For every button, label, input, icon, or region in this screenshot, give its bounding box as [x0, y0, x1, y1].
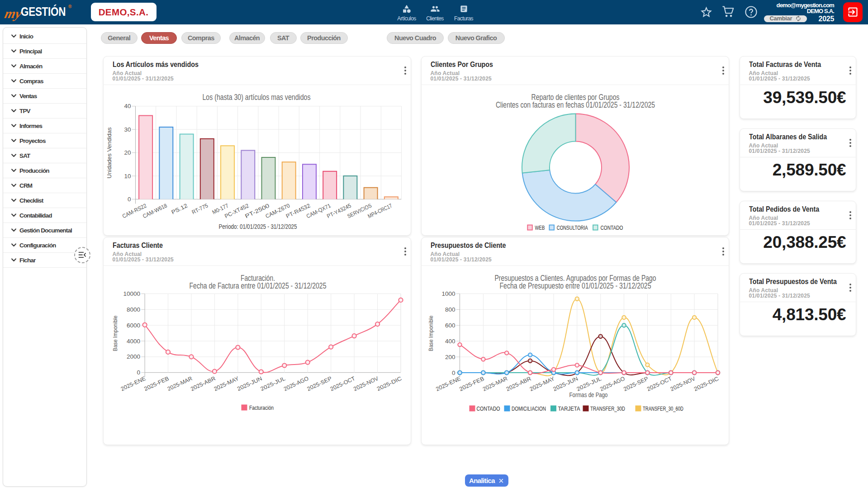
svg-text:2025-MAY: 2025-MAY	[213, 375, 240, 392]
svg-text:TRANSFER_30D: TRANSFER_30D	[590, 405, 625, 412]
svg-text:Formas de Pago: Formas de Pago	[569, 391, 607, 398]
svg-text:6000: 6000	[127, 322, 140, 328]
svg-text:TRANSFER_30_60D: TRANSFER_30_60D	[643, 405, 683, 412]
svg-text:2025-ENE: 2025-ENE	[435, 375, 461, 393]
svg-text:2025-AGO: 2025-AGO	[599, 375, 626, 392]
svg-text:2025-OCT: 2025-OCT	[646, 375, 673, 392]
svg-text:400: 400	[445, 337, 455, 344]
svg-text:Los (hasta 30) artículos mas v: Los (hasta 30) artículos mas vendidos	[202, 93, 310, 102]
svg-text:30: 30	[124, 126, 131, 133]
svg-text:Periodo: 01/01/2025 - 31/12/20: Periodo: 01/01/2025 - 31/12/2025	[218, 223, 297, 230]
svg-text:20: 20	[124, 149, 131, 156]
svg-text:CONSULTORIA: CONSULTORIA	[556, 224, 588, 231]
svg-text:2025-ENE: 2025-ENE	[119, 375, 146, 392]
svg-text:DOMICILIACION: DOMICILIACION	[512, 405, 546, 412]
svg-text:Facturación: Facturación	[249, 405, 274, 411]
svg-text:2025-MAR: 2025-MAR	[166, 375, 193, 392]
svg-text:8000: 8000	[127, 306, 140, 313]
svg-text:200: 200	[445, 353, 455, 360]
svg-text:4000: 4000	[127, 337, 140, 344]
svg-text:2025-NOV: 2025-NOV	[669, 375, 696, 392]
svg-text:2025-AGO: 2025-AGO	[283, 375, 310, 392]
svg-text:PS.12: PS.12	[170, 202, 188, 215]
svg-text:2025-NOV: 2025-NOV	[352, 375, 379, 392]
svg-text:CONTADO: CONTADO	[600, 224, 623, 231]
svg-text:1000: 1000	[441, 290, 455, 297]
svg-text:2025-ABR: 2025-ABR	[190, 375, 216, 392]
svg-text:2025-JUN: 2025-JUN	[552, 375, 579, 393]
svg-text:Base Imponible: Base Imponible	[427, 315, 434, 351]
svg-text:40: 40	[124, 103, 131, 109]
svg-text:Fecha de Presupuesto entre 01/: Fecha de Presupuesto entre 01/01/2025 - …	[499, 281, 651, 290]
svg-text:2025-FEB: 2025-FEB	[458, 375, 485, 393]
svg-text:800: 800	[445, 306, 455, 313]
svg-text:2025-OCT: 2025-OCT	[329, 375, 356, 392]
svg-text:2025-JUN: 2025-JUN	[236, 375, 263, 392]
svg-text:0: 0	[451, 369, 455, 376]
svg-text:2025-JUL: 2025-JUL	[575, 375, 602, 393]
svg-text:600: 600	[445, 322, 455, 328]
svg-text:Base Imponible: Base Imponible	[112, 315, 119, 351]
svg-text:10: 10	[124, 172, 131, 179]
svg-text:0: 0	[137, 369, 140, 376]
svg-text:Unidades Vendidas: Unidades Vendidas	[106, 127, 113, 178]
svg-text:2025-MAR: 2025-MAR	[482, 375, 508, 393]
svg-text:2025-MAY: 2025-MAY	[528, 375, 555, 392]
svg-text:10000: 10000	[123, 290, 140, 297]
svg-text:2025-SEP: 2025-SEP	[622, 375, 649, 393]
svg-text:2025-JUL: 2025-JUL	[259, 375, 286, 392]
svg-text:Fecha de Factura entre 01/01/2: Fecha de Factura entre 01/01/2025 - 31/1…	[189, 281, 326, 290]
svg-text:RT-775: RT-775	[190, 202, 209, 215]
svg-text:CONTADO: CONTADO	[476, 405, 500, 412]
svg-text:2000: 2000	[127, 353, 140, 360]
svg-text:Clientes con facturas en fecha: Clientes con facturas en fechas 01/01/20…	[496, 100, 655, 109]
svg-text:2025-DIC: 2025-DIC	[693, 375, 719, 393]
svg-text:2025-ABR: 2025-ABR	[505, 375, 531, 393]
svg-text:2025-FEB: 2025-FEB	[143, 375, 170, 392]
svg-text:2025-DIC: 2025-DIC	[375, 375, 402, 392]
svg-text:TARJETA: TARJETA	[558, 405, 580, 412]
svg-text:WEB: WEB	[535, 224, 545, 231]
svg-text:0: 0	[127, 195, 131, 202]
svg-text:2025-SEP: 2025-SEP	[306, 375, 332, 392]
